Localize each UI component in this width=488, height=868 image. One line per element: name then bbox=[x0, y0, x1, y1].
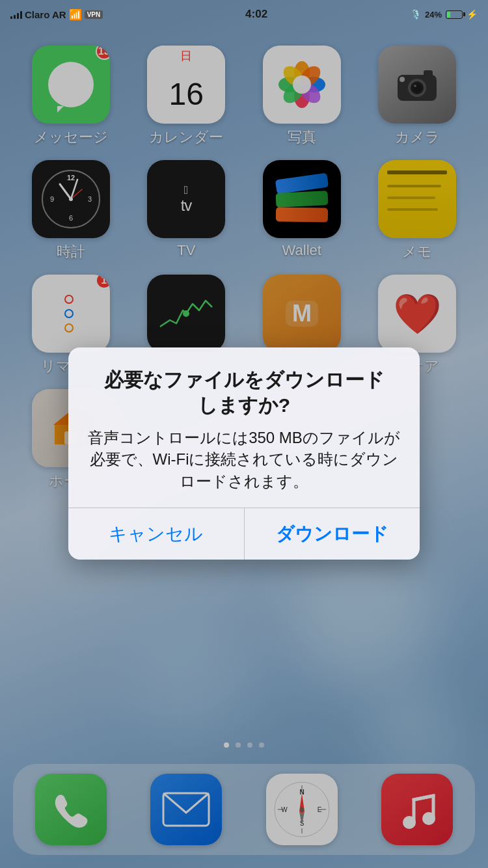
status-left: Claro AR 📶 VPN bbox=[10, 8, 103, 21]
alert-overlay: 必要なファイルをダウンロードしますか? 音声コントロールには350 MBのファイ… bbox=[0, 39, 488, 868]
signal-bars-icon bbox=[10, 10, 22, 19]
battery-icon bbox=[446, 10, 463, 19]
status-right: 🎙️ 24% ⚡ bbox=[410, 9, 478, 20]
battery-percent: 24% bbox=[425, 10, 442, 20]
mic-mute-icon: 🎙️ bbox=[410, 9, 421, 20]
vpn-badge: VPN bbox=[85, 10, 103, 19]
status-bar: Claro AR 📶 VPN 4:02 🎙️ 24% ⚡ bbox=[0, 0, 488, 29]
alert-dialog: 必要なファイルをダウンロードしますか? 音声コントロールには350 MBのファイ… bbox=[68, 347, 420, 560]
alert-body: 音声コントロールには350 MBのファイルが必要で、Wi-Fiに接続されている時… bbox=[88, 427, 400, 493]
alert-title: 必要なファイルをダウンロードしますか? bbox=[88, 367, 400, 418]
charging-icon: ⚡ bbox=[467, 9, 478, 20]
alert-cancel-button[interactable]: キャンセル bbox=[68, 508, 245, 560]
alert-buttons: キャンセル ダウンロード bbox=[68, 508, 420, 560]
alert-content: 必要なファイルをダウンロードしますか? 音声コントロールには350 MBのファイ… bbox=[68, 347, 420, 508]
wifi-icon: 📶 bbox=[69, 8, 82, 21]
status-time: 4:02 bbox=[245, 8, 267, 21]
carrier-label: Claro AR bbox=[25, 9, 66, 20]
alert-confirm-button[interactable]: ダウンロード bbox=[245, 508, 420, 560]
